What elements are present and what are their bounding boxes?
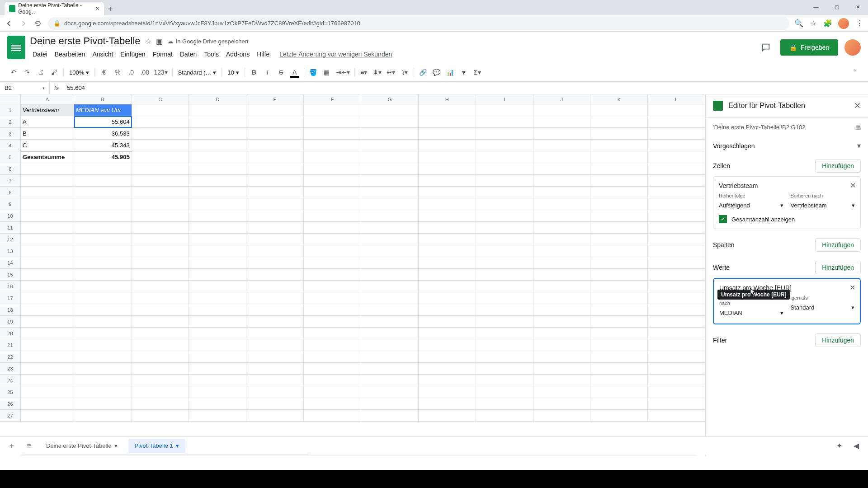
row-header[interactable]: 22 [0, 351, 21, 363]
cell-K23[interactable] [590, 363, 648, 375]
cell-I22[interactable] [476, 351, 533, 363]
cell-I24[interactable] [476, 375, 533, 386]
cell-E16[interactable] [246, 281, 304, 292]
cell-D16[interactable] [189, 281, 246, 292]
print-button[interactable]: 🖨 [34, 66, 47, 79]
cell-E5[interactable] [246, 151, 304, 163]
cell-H7[interactable] [419, 175, 476, 187]
cell-A18[interactable] [21, 304, 74, 316]
cell-I15[interactable] [476, 269, 533, 281]
cell-I25[interactable] [476, 386, 533, 398]
cell-A26[interactable] [21, 398, 74, 410]
row-header[interactable]: 12 [0, 234, 21, 245]
cell-H14[interactable] [419, 257, 476, 269]
cell-L21[interactable] [648, 339, 705, 351]
add-sheet-button[interactable]: + [5, 440, 18, 452]
row-header[interactable]: 13 [0, 245, 21, 257]
cell-I5[interactable] [476, 151, 533, 163]
cell-J4[interactable] [533, 140, 591, 151]
cell-E9[interactable] [246, 198, 304, 210]
cell-K15[interactable] [590, 269, 648, 281]
cell-A9[interactable] [21, 198, 74, 210]
cell-G3[interactable] [361, 128, 419, 140]
cell-F14[interactable] [304, 257, 361, 269]
cell-E6[interactable] [246, 163, 304, 175]
pivot-range-text[interactable]: 'Deine erste Pivot-Tabelle'!B2:G102 [713, 124, 805, 131]
cell-G7[interactable] [361, 175, 419, 187]
cell-F4[interactable] [304, 140, 361, 151]
account-avatar[interactable] [844, 39, 861, 56]
cell-D23[interactable] [189, 363, 246, 375]
cell-F25[interactable] [304, 386, 361, 398]
side-panel-toggle[interactable]: ◀ [850, 440, 863, 452]
row-header[interactable]: 18 [0, 304, 21, 316]
close-tab-icon[interactable]: × [96, 5, 99, 12]
show-totals-checkbox[interactable]: ✓ [719, 215, 727, 223]
add-value-button[interactable]: Hinzufügen [815, 261, 861, 274]
cell-I17[interactable] [476, 292, 533, 304]
cell-F8[interactable] [304, 187, 361, 198]
cell-A22[interactable] [21, 351, 74, 363]
cell-A13[interactable] [21, 245, 74, 257]
menu-help[interactable]: Hilfe [254, 49, 272, 60]
cell-C24[interactable] [132, 375, 189, 386]
cell-F6[interactable] [304, 163, 361, 175]
col-header-A[interactable]: A [21, 94, 74, 104]
cell-J1[interactable] [533, 104, 591, 116]
cell-I23[interactable] [476, 363, 533, 375]
cell-E1[interactable] [246, 104, 304, 116]
paint-format-button[interactable]: 🖌 [48, 66, 61, 79]
sheets-logo-icon[interactable] [7, 36, 25, 59]
cell-E2[interactable] [246, 116, 304, 128]
cell-A3[interactable]: B [21, 128, 74, 140]
menu-insert[interactable]: Einfügen [118, 49, 148, 60]
cell-A5[interactable]: Gesamtsumme [21, 151, 74, 163]
cell-C16[interactable] [132, 281, 189, 292]
cell-G2[interactable] [361, 116, 419, 128]
cell-J8[interactable] [533, 187, 591, 198]
move-document-icon[interactable]: ▣ [156, 37, 163, 46]
cell-G1[interactable] [361, 104, 419, 116]
cell-D11[interactable] [189, 222, 246, 234]
row-header[interactable]: 19 [0, 316, 21, 328]
cell-A14[interactable] [21, 257, 74, 269]
cell-J14[interactable] [533, 257, 591, 269]
menu-tools[interactable]: Tools [201, 49, 222, 60]
cell-I27[interactable] [476, 410, 533, 422]
cell-E27[interactable] [246, 410, 304, 422]
menu-data[interactable]: Daten [177, 49, 199, 60]
cell-B9[interactable] [74, 198, 132, 210]
add-filter-button[interactable]: Hinzufügen [815, 333, 861, 347]
reload-button[interactable] [33, 19, 42, 28]
cell-A27[interactable] [21, 410, 74, 422]
cell-J16[interactable] [533, 281, 591, 292]
recent-change-link[interactable]: Letzte Änderung vor wenigen Sekunden [279, 51, 392, 58]
show-as-select[interactable]: Standard▾ [791, 302, 855, 313]
cell-K5[interactable] [590, 151, 648, 163]
cell-D4[interactable] [189, 140, 246, 151]
cell-J21[interactable] [533, 339, 591, 351]
cell-C15[interactable] [132, 269, 189, 281]
cell-H19[interactable] [419, 316, 476, 328]
cell-B10[interactable] [74, 210, 132, 222]
cell-G5[interactable] [361, 151, 419, 163]
cell-K8[interactable] [590, 187, 648, 198]
cell-G16[interactable] [361, 281, 419, 292]
cell-D17[interactable] [189, 292, 246, 304]
cell-K3[interactable] [590, 128, 648, 140]
cell-D27[interactable] [189, 410, 246, 422]
cell-H12[interactable] [419, 234, 476, 245]
row-header[interactable]: 15 [0, 269, 21, 281]
cell-E14[interactable] [246, 257, 304, 269]
extensions-icon[interactable]: 🧩 [824, 19, 832, 28]
cell-B11[interactable] [74, 222, 132, 234]
cell-G12[interactable] [361, 234, 419, 245]
row-header[interactable]: 4 [0, 140, 21, 151]
cell-F11[interactable] [304, 222, 361, 234]
cell-D13[interactable] [189, 245, 246, 257]
cell-F24[interactable] [304, 375, 361, 386]
cell-A20[interactable] [21, 328, 74, 339]
cell-D24[interactable] [189, 375, 246, 386]
cell-H24[interactable] [419, 375, 476, 386]
cell-F18[interactable] [304, 304, 361, 316]
